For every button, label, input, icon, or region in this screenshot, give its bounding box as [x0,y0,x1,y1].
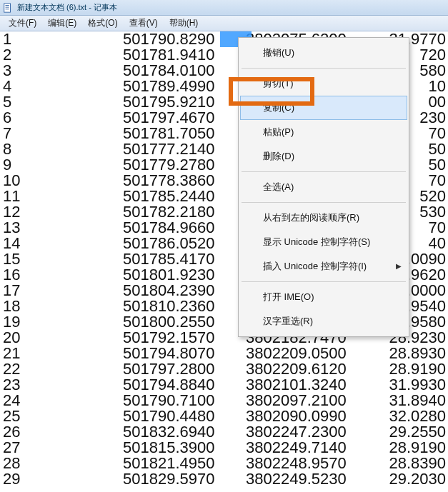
line-number: 14 [0,236,123,251]
data-cell: 501804.2390 [123,283,246,298]
line-number: 5 [0,94,123,110]
menubar: 文件(F) 编辑(E) 格式(O) 查看(V) 帮助(H) [0,16,448,31]
line-number: 27 [0,440,123,456]
data-cell: 501784.0100 [123,63,246,79]
data-cell: 501794.8070 [123,346,246,361]
data-cell: 3802249.7140 [246,440,379,456]
data-cell: 28.8930 [379,346,447,361]
data-cell: 501832.6940 [123,424,246,440]
data-cell: 501785.2440 [123,189,246,204]
line-number: 9 [0,157,123,173]
ctxmenu-item-ins-unicode[interactable]: 插入 Unicode 控制字符(I)▶ [240,254,407,278]
line-number: 19 [0,314,123,330]
data-cell: 501784.9660 [123,220,246,236]
line-number: 4 [0,79,123,94]
line-number: 16 [0,267,123,283]
table-row: 29501829.59703802249.523029.2030 [0,471,447,487]
table-row: 28501821.49503802248.957028.8390 [0,456,447,471]
ctxmenu-item-undo[interactable]: 撤销(U) [240,41,407,65]
window-titlebar: 新建文本文档 (6).txt - 记事本 [0,0,448,16]
data-cell: 501821.4950 [123,456,246,471]
data-cell: 501790.7100 [123,393,246,408]
line-number: 3 [0,63,123,79]
menu-edit[interactable]: 编辑(E) [42,16,82,31]
ctxmenu-item-paste[interactable]: 粘贴(P) [240,120,407,144]
menu-view[interactable]: 查看(V) [124,16,164,31]
ctxmenu-item-rtl[interactable]: 从右到左的阅读顺序(R) [240,206,407,230]
ctxmenu-item-reconvert[interactable]: 汉字重选(R) [240,309,407,333]
ctxmenu-item-open-ime[interactable]: 打开 IME(O) [240,285,407,309]
table-row: 24501790.71003802097.210031.8940 [0,393,447,408]
data-cell: 501800.2550 [123,314,246,330]
line-number: 8 [0,141,123,157]
ctxmenu-separator [242,202,406,203]
data-cell: 501797.2800 [123,361,246,377]
ctxmenu-item-copy[interactable]: 复制(C) [240,96,407,120]
data-cell: 501785.4170 [123,251,246,267]
line-number: 6 [0,110,123,126]
context-menu: 撤销(U)剪切(T)复制(C)粘贴(P)删除(D)全选(A)从右到左的阅读顺序(… [238,37,409,337]
ctxmenu-separator [242,281,406,282]
line-number: 2 [0,47,123,63]
data-cell: 29.2030 [379,471,447,487]
menu-help[interactable]: 帮助(H) [164,16,204,31]
line-number: 25 [0,408,123,424]
line-number: 15 [0,251,123,267]
ctxmenu-item-select-all[interactable]: 全选(A) [240,175,407,199]
ctxmenu-item-cut[interactable]: 剪切(T) [240,71,407,96]
data-cell: 501794.8840 [123,377,246,393]
line-number: 21 [0,346,123,361]
data-cell: 29.2550 [379,424,447,440]
data-cell: 3802209.0500 [246,346,379,361]
line-number: 22 [0,361,123,377]
data-cell: 3802247.2300 [246,424,379,440]
text-editor-area[interactable]: 1501790.82903802075.620031.97702501781.9… [0,31,448,492]
data-cell: 501810.2360 [123,298,246,314]
ctxmenu-item-show-unicode[interactable]: 显示 Unicode 控制字符(S) [240,230,407,254]
table-row: 25501790.44803802090.099032.0280 [0,408,447,424]
line-number: 23 [0,377,123,393]
line-number: 29 [0,471,123,487]
svg-rect-0 [4,3,11,11]
app-icon [3,3,13,13]
line-number: 18 [0,298,123,314]
data-cell: 32.0280 [379,408,447,424]
data-cell: 501777.2140 [123,141,246,157]
window-title: 新建文本文档 (6).txt - 记事本 [17,2,117,13]
data-cell: 28.9190 [379,361,447,377]
ctxmenu-item-delete[interactable]: 删除(D) [240,144,407,169]
line-number: 24 [0,393,123,408]
data-cell: 501801.9230 [123,267,246,283]
menu-file[interactable]: 文件(F) [3,16,42,31]
menu-format[interactable]: 格式(O) [82,16,123,31]
data-cell: 501829.5970 [123,471,246,487]
line-number: 20 [0,330,123,346]
data-cell: 3802101.3240 [246,377,379,393]
line-number: 13 [0,220,123,236]
data-cell: 501790.4480 [123,408,246,424]
data-cell: 31.9930 [379,377,447,393]
data-cell: 3802248.9570 [246,456,379,471]
data-cell: 501789.4990 [123,79,246,94]
data-cell: 501781.9410 [123,47,246,63]
data-cell: 3802090.0990 [246,408,379,424]
line-number: 26 [0,424,123,440]
data-cell: 501782.2180 [123,204,246,220]
data-cell: 3802249.5230 [246,471,379,487]
table-row: 21501794.80703802209.050028.8930 [0,346,447,361]
data-cell: 501797.4670 [123,110,246,126]
ctxmenu-separator [242,171,406,172]
data-cell: 501815.3900 [123,440,246,456]
data-cell: 501781.7050 [123,126,246,141]
data-cell: 28.9190 [379,440,447,456]
submenu-arrow-icon: ▶ [396,258,402,274]
data-cell: 3802209.6120 [246,361,379,377]
table-row: 22501797.28003802209.612028.9190 [0,361,447,377]
line-number: 17 [0,283,123,298]
line-number: 12 [0,204,123,220]
data-cell: 501790.8290 [123,31,246,47]
line-number: 7 [0,126,123,141]
table-row: 23501794.88403802101.324031.9930 [0,377,447,393]
data-cell: 501795.9210 [123,94,246,110]
line-number: 10 [0,173,123,189]
